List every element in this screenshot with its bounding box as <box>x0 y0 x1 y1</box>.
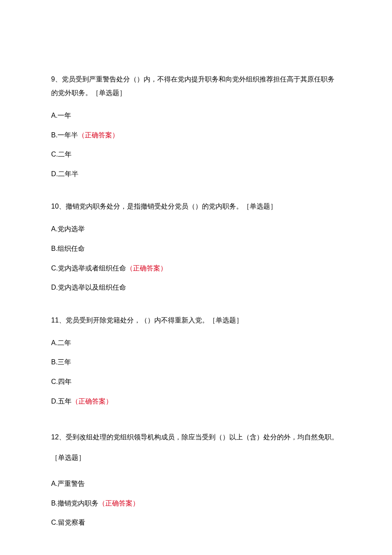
option-a: A.党内选举 <box>51 224 341 235</box>
question-text: 11、党员受到开除党籍处分，（）内不得重新入党。［单选题］ <box>51 314 341 327</box>
option-label: B. <box>51 358 58 366</box>
option-text: 党内选举或者组织任命 <box>58 264 126 272</box>
option-a: A.一年 <box>51 110 341 121</box>
option-text: 严重警告 <box>58 480 85 487</box>
option-text: 四年 <box>58 378 72 385</box>
option-label: B. <box>51 131 58 139</box>
option-b: B.一年半（正确答案） <box>51 130 341 141</box>
question-block: 9、党员受到严重警告处分（）内，不得在党内提升职务和向党外组织推荐担任高于其原任… <box>51 73 341 179</box>
option-b: B.组织任命 <box>51 243 341 254</box>
option-text: 留党察看 <box>58 519 85 526</box>
question-body: 、撤销党内职务处分，是指撤销受处分党员（）的党内职务。［单选题］ <box>59 203 277 210</box>
question-number: 11 <box>51 317 59 324</box>
option-label: C. <box>51 519 58 526</box>
question-block: 12、受到改组处理的党组织领导机构成员，除应当受到（）以上（含）处分的外，均自然… <box>51 427 341 528</box>
option-text: 二年半 <box>58 170 78 177</box>
question-body: 、党员受到严重警告处分（）内，不得在党内提升职务和向党外组织推荐担任高于其原任职… <box>51 76 334 96</box>
question-body: 、受到改组处理的党组织领导机构成员，除应当受到（）以上（含）处分的外，均自然免职… <box>51 433 338 461</box>
option-label: C. <box>51 378 58 385</box>
option-d: D.党内选举以及组织任命 <box>51 282 341 293</box>
question-text: 12、受到改组处理的党组织领导机构成员，除应当受到（）以上（含）处分的外，均自然… <box>51 427 341 468</box>
option-c: C.党内选举或者组织任命（正确答案） <box>51 263 341 274</box>
option-label: B. <box>51 500 58 507</box>
option-d: D.二年半 <box>51 169 341 180</box>
correct-answer-label: （正确答案） <box>72 398 112 405</box>
option-text: 二年 <box>58 339 71 346</box>
question-body: 、党员受到开除党籍处分，（）内不得重新入党。［单选题］ <box>59 317 243 324</box>
question-number: 12 <box>51 433 59 441</box>
option-text: 五年 <box>58 398 72 405</box>
option-a: A.严重警告 <box>51 478 341 489</box>
option-label: B. <box>51 245 58 252</box>
option-label: A. <box>51 339 58 346</box>
option-text: 二年 <box>58 151 72 158</box>
option-a: A.二年 <box>51 337 341 349</box>
option-label: C. <box>51 264 58 272</box>
question-number: 10 <box>51 203 59 210</box>
option-text: 撤销党内职务 <box>58 500 98 507</box>
option-label: A. <box>51 225 58 232</box>
option-c: C.四年 <box>51 376 341 387</box>
question-text: 9、党员受到严重警告处分（）内，不得在党内提升职务和向党外组织推荐担任高于其原任… <box>51 73 341 100</box>
correct-answer-label: （正确答案） <box>98 500 139 507</box>
option-c: C.二年 <box>51 149 341 160</box>
option-label: D. <box>51 284 58 291</box>
option-text: 组织任命 <box>58 245 85 252</box>
option-label: A. <box>51 480 58 487</box>
option-b: B.三年 <box>51 357 341 368</box>
option-label: D. <box>51 398 58 405</box>
question-text: 10、撤销党内职务处分，是指撤销受处分党员（）的党内职务。［单选题］ <box>51 200 341 213</box>
page-content: 9、党员受到严重警告处分（）内，不得在党内提升职务和向党外组织推荐担任高于其原任… <box>0 0 392 555</box>
option-text: 党内选举以及组织任命 <box>58 284 126 291</box>
question-block: 10、撤销党内职务处分，是指撤销受处分党员（）的党内职务。［单选题］ A.党内选… <box>51 200 341 293</box>
option-b: B.撤销党内职务（正确答案） <box>51 498 341 509</box>
question-number: 9 <box>51 76 55 83</box>
option-c: C.留党察看 <box>51 517 341 528</box>
correct-answer-label: （正确答案） <box>78 131 119 139</box>
option-text: 三年 <box>58 358 71 366</box>
correct-answer-label: （正确答案） <box>126 264 167 272</box>
option-label: A. <box>51 112 58 119</box>
option-text: 党内选举 <box>58 225 85 232</box>
option-label: C. <box>51 151 58 158</box>
question-block: 11、党员受到开除党籍处分，（）内不得重新入党。［单选题］ A.二年 B.三年 … <box>51 314 341 407</box>
option-text: 一年 <box>58 112 71 119</box>
option-text: 一年半 <box>58 131 78 139</box>
option-label: D. <box>51 170 58 177</box>
option-d: D.五年（正确答案） <box>51 396 341 407</box>
